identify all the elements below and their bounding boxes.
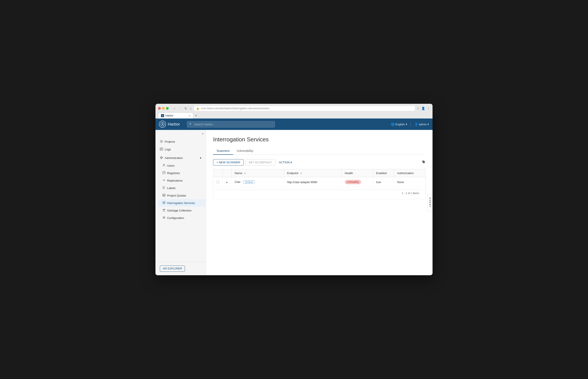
nav-logo: Harbor	[159, 121, 180, 128]
tab-vulnerability[interactable]: Vulnerability	[233, 147, 257, 155]
tab-scanners[interactable]: Scanners	[213, 147, 233, 155]
sidebar-item-configuration[interactable]: Configuration	[158, 214, 206, 221]
labels-icon	[162, 186, 165, 190]
col-header-expand	[223, 169, 232, 177]
api-explorer-button[interactable]: API EXPLORER	[160, 266, 185, 272]
event-panel[interactable]: EVENT	[427, 194, 432, 211]
row-name-cell: Clair Default	[232, 177, 284, 187]
close-window-button[interactable]	[158, 107, 161, 110]
row-radio-button[interactable]	[216, 180, 220, 184]
home-button[interactable]: ⌂	[189, 106, 192, 111]
scanner-authorization: None	[397, 180, 404, 184]
sidebar-administration-header[interactable]: Administration ▾	[156, 154, 206, 162]
svg-point-10	[163, 188, 164, 188]
action-chevron-icon: ▾	[290, 161, 292, 164]
address-bar[interactable]: 🔒 core.harbor.domain/harbor/interrogatio…	[194, 106, 415, 111]
browser-window: ← → ↻ ⌂ 🔒 core.harbor.domain/harbor/inte…	[156, 104, 432, 275]
reload-button[interactable]: ↻	[184, 106, 188, 111]
svg-rect-8	[163, 172, 165, 174]
administration-icon	[160, 156, 163, 160]
browser-tab-harbor[interactable]: H Harbor ✕	[158, 112, 193, 118]
interrogation-services-label: Interrogation Services	[167, 201, 195, 205]
user-menu[interactable]: 👤 admin ▾	[414, 123, 429, 126]
users-icon	[162, 164, 165, 167]
sidebar-item-projects[interactable]: Projects	[156, 138, 206, 145]
row-expand-button[interactable]: ►	[226, 181, 228, 184]
sidebar-item-logs[interactable]: Logs	[156, 145, 206, 153]
sidebar-item-replications[interactable]: Replications	[158, 177, 206, 184]
sidebar-collapse-button[interactable]: «	[156, 130, 206, 137]
svg-point-15	[163, 201, 165, 204]
user-chevron-icon: ▾	[428, 123, 429, 126]
sidebar-nav: Projects Logs	[156, 137, 206, 262]
search-input[interactable]	[187, 121, 275, 127]
minimize-window-button[interactable]	[162, 107, 165, 110]
scanners-table: Name ▼ Endpoint ▼ Health Enabled Authori…	[213, 169, 426, 199]
browser-controls: ← → ↻ ⌂ 🔒 core.harbor.domain/harbor/inte…	[158, 106, 430, 111]
language-selector[interactable]: 🌐 English ▾	[391, 123, 407, 126]
sidebar-section-administration: Administration ▾	[156, 153, 206, 222]
svg-point-1	[162, 124, 163, 125]
content-tabs: Scanners Vulnerability	[213, 147, 426, 155]
table-pagination-row: 1 - 1 of 1 items	[213, 187, 426, 199]
replications-icon	[162, 179, 165, 182]
maximize-window-button[interactable]	[166, 107, 169, 110]
projects-icon	[160, 140, 163, 143]
svg-rect-16	[163, 209, 165, 211]
sidebar-children-administration: Users Registries	[156, 162, 206, 221]
svg-point-7	[163, 164, 164, 165]
new-tab-button[interactable]: +	[193, 113, 199, 118]
registries-icon	[162, 171, 165, 175]
garbage-collection-label: Garbage Collection	[167, 209, 191, 212]
users-label: Users	[167, 164, 175, 167]
administration-chevron-icon: ▾	[200, 156, 201, 160]
row-expand-cell: ►	[223, 177, 232, 187]
sidebar-item-garbage-collection[interactable]: Garbage Collection	[158, 207, 206, 214]
bookmark-icon[interactable]: ☆	[417, 107, 420, 110]
sidebar-logs-label: Logs	[165, 148, 171, 151]
user-icon: 👤	[414, 123, 418, 126]
top-navigation: Harbor 🔍 🌐 English ▾ 👤 admin ▾	[156, 118, 432, 130]
col-header-endpoint[interactable]: Endpoint ▼	[284, 169, 341, 177]
back-button[interactable]: ←	[172, 106, 177, 111]
svg-point-18	[164, 217, 164, 218]
nav-right: 🌐 English ▾ 👤 admin ▾	[391, 122, 429, 126]
sidebar-item-registries[interactable]: Registries	[158, 169, 206, 177]
sidebar-bottom: API EXPLORER	[156, 262, 206, 275]
page-title: Interrogation Services	[213, 136, 426, 143]
globe-icon: 🌐	[391, 123, 395, 126]
refresh-button[interactable]	[422, 160, 426, 164]
new-scanner-button[interactable]: + NEW SCANNER	[213, 159, 244, 166]
search-container: 🔍	[187, 121, 275, 127]
row-health-cell: Unhealthy	[341, 177, 373, 187]
tab-bar: H Harbor ✕ +	[158, 112, 430, 118]
row-checkbox-cell	[213, 177, 223, 187]
user-label: admin	[419, 123, 427, 126]
language-chevron-icon: ▾	[406, 123, 407, 126]
configuration-icon	[162, 216, 165, 220]
action-button[interactable]: ACTION ▾	[277, 159, 294, 165]
col-header-health: Health	[341, 169, 373, 177]
table-row: ► Clair Default http://clair-adapter:808…	[213, 177, 426, 187]
health-badge: Unhealthy	[345, 180, 361, 184]
sidebar-item-users[interactable]: Users	[158, 162, 206, 169]
menu-icon[interactable]: ⋮	[427, 107, 430, 110]
sidebar-item-labels[interactable]: Labels	[158, 184, 206, 192]
forward-button[interactable]: →	[178, 106, 183, 111]
nav-divider	[411, 122, 411, 126]
browser-actions: ☆ 👤 ⋮	[417, 107, 430, 110]
address-text: core.harbor.domain/harbor/interrogation-…	[201, 107, 269, 110]
tab-close-button[interactable]: ✕	[189, 114, 191, 117]
replications-label: Replications	[167, 179, 183, 182]
row-endpoint-cell: http://clair-adapter:8080	[284, 177, 341, 187]
labels-label: Labels	[167, 186, 175, 190]
table-header-row: Name ▼ Endpoint ▼ Health Enabled Authori…	[213, 169, 426, 177]
col-header-name[interactable]: Name ▼	[232, 169, 284, 177]
sidebar-item-project-quotas[interactable]: Project Quotas	[158, 192, 206, 199]
tab-title: Harbor	[165, 114, 174, 117]
search-icon: 🔍	[189, 123, 192, 126]
sidebar: « Projects	[156, 130, 206, 275]
sidebar-item-interrogation-services[interactable]: Interrogation Services	[158, 199, 206, 207]
profile-icon[interactable]: 👤	[421, 107, 425, 110]
col-header-enabled: Enabled	[373, 169, 394, 177]
